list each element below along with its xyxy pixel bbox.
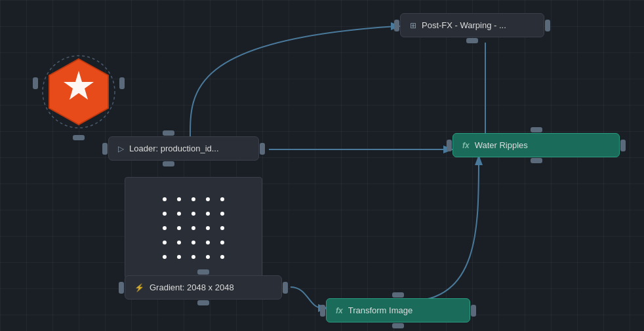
post-fx-port-left[interactable] bbox=[394, 20, 399, 31]
transform-image-label: Transform Image bbox=[348, 305, 413, 315]
transform-port-bottom[interactable] bbox=[392, 323, 404, 328]
dot bbox=[163, 226, 167, 230]
transform-port-right[interactable] bbox=[471, 305, 476, 317]
logo-port-right[interactable] bbox=[119, 77, 125, 89]
loader-port-left[interactable] bbox=[102, 143, 108, 155]
water-ripples-port-left[interactable] bbox=[447, 140, 452, 151]
water-ripples-icon: fx bbox=[462, 141, 470, 150]
dot bbox=[220, 226, 224, 230]
logo-port-bottom[interactable] bbox=[73, 135, 85, 140]
dot bbox=[191, 241, 195, 244]
loader-port-top[interactable] bbox=[163, 130, 174, 136]
gradient-port-right[interactable] bbox=[283, 282, 288, 294]
dot bbox=[177, 212, 181, 216]
dot bbox=[220, 197, 224, 201]
dot bbox=[220, 241, 224, 244]
dot bbox=[191, 212, 195, 216]
dot bbox=[177, 241, 181, 244]
dot bbox=[191, 255, 195, 259]
loader-label: Loader: production_id... bbox=[129, 144, 219, 153]
dot bbox=[206, 241, 210, 244]
gradient-label: Gradient: 2048 x 2048 bbox=[150, 282, 234, 292]
water-ripples-port-bottom[interactable] bbox=[531, 158, 542, 163]
post-fx-label: Post-FX - Warping - ... bbox=[422, 20, 506, 30]
loader-node[interactable]: ▷ Loader: production_id... bbox=[108, 136, 259, 161]
transform-port-left[interactable] bbox=[320, 305, 325, 317]
dot bbox=[177, 255, 181, 259]
dot bbox=[177, 197, 181, 201]
dot bbox=[163, 241, 167, 244]
dot bbox=[206, 197, 210, 201]
dot bbox=[191, 226, 195, 230]
post-fx-port-right[interactable] bbox=[545, 20, 550, 31]
water-ripples-node[interactable]: fx Water Ripples bbox=[453, 133, 620, 157]
gradient-port-bottom[interactable] bbox=[197, 300, 209, 305]
canvas-grid bbox=[0, 0, 644, 331]
dot bbox=[163, 212, 167, 216]
post-fx-port-bottom[interactable] bbox=[466, 38, 478, 43]
loader-port-right[interactable] bbox=[260, 143, 265, 155]
dots-pattern bbox=[152, 187, 235, 269]
dot bbox=[206, 212, 210, 216]
post-fx-icon: ⊞ bbox=[410, 21, 416, 30]
gradient-port-left[interactable] bbox=[119, 282, 124, 294]
loader-port-bottom[interactable] bbox=[163, 161, 174, 166]
dot bbox=[191, 197, 195, 201]
gradient-icon: ⚡ bbox=[134, 283, 144, 292]
transform-port-top[interactable] bbox=[392, 292, 404, 298]
water-ripples-label: Water Ripples bbox=[475, 140, 528, 150]
logo-node[interactable] bbox=[39, 52, 118, 134]
dot bbox=[206, 255, 210, 259]
post-fx-node[interactable]: ⊞ Post-FX - Warping - ... bbox=[400, 13, 544, 37]
dot bbox=[206, 226, 210, 230]
transform-image-node[interactable]: fx Transform Image bbox=[326, 298, 470, 322]
gradient-node[interactable]: ⚡ Gradient: 2048 x 2048 bbox=[125, 275, 282, 300]
transform-icon: fx bbox=[336, 306, 343, 315]
gradient-port-top[interactable] bbox=[197, 269, 209, 275]
water-ripples-port-top[interactable] bbox=[531, 127, 542, 132]
dot bbox=[220, 255, 224, 259]
loader-icon: ▷ bbox=[118, 144, 124, 153]
app-logo bbox=[39, 52, 118, 131]
gradient-preview bbox=[125, 177, 262, 279]
dot bbox=[163, 197, 167, 201]
dot bbox=[163, 255, 167, 259]
dot bbox=[220, 212, 224, 216]
water-ripples-port-right[interactable] bbox=[620, 140, 626, 151]
logo-port-left[interactable] bbox=[33, 77, 38, 89]
dot bbox=[177, 226, 181, 230]
